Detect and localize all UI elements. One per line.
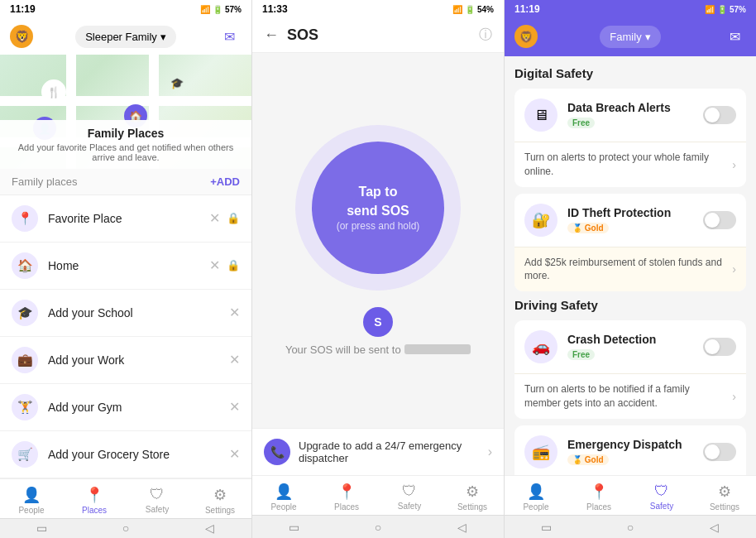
sos-outer-circle[interactable]: Tap tosend SOS (or press and hold) — [295, 125, 461, 291]
places-list: 📍 Favorite Place ✕ 🔒 🏠 Home ✕ 🔒 🎓 Add yo… — [0, 195, 251, 478]
nav-people-middle[interactable]: 👤 People — [252, 476, 315, 515]
places-bar-label: Family places — [12, 175, 77, 188]
place-name-gym: Add your Gym — [48, 401, 219, 414]
right-panel: 11:19 📶 🔋 57% 🦁 Family ▾ ✉ Digital Safet… — [505, 0, 756, 538]
crash-detection-card: 🚗 Crash Detection Free Turn on alerts to… — [514, 320, 746, 419]
place-close-school[interactable]: ✕ — [229, 305, 240, 320]
family-selector-right[interactable]: Family ▾ — [600, 26, 660, 48]
place-lock-home: 🔒 — [227, 259, 240, 271]
status-icons-middle: 📶 🔋 54% — [452, 5, 494, 14]
bottom-nav-middle: 👤 People 📍 Places 🛡 Safety ⚙ Settings — [252, 475, 504, 515]
nav-safety-middle[interactable]: 🛡 Safety — [378, 476, 441, 515]
family-logo-left: 🦁 — [10, 25, 33, 48]
place-lock-favorite: 🔒 — [227, 212, 240, 224]
nav-settings-right[interactable]: ⚙ Settings — [693, 476, 756, 515]
sos-info-btn[interactable]: ⓘ — [479, 26, 492, 44]
crash-detection-desc-row[interactable]: Turn on alerts to be notified if a famil… — [514, 373, 746, 419]
family-name-right: Family — [610, 31, 641, 43]
place-item-gym[interactable]: 🏋 Add your Gym ✕ — [0, 384, 251, 431]
places-icon-left: 📍 — [85, 486, 103, 504]
android-nav-right: ▭ ○ ◁ — [505, 515, 756, 538]
people-icon-middle: 👤 — [275, 483, 293, 501]
crash-detection-badge: Free — [567, 349, 595, 360]
id-theft-icon: 🔐 — [524, 204, 557, 237]
android-circle-left[interactable]: ○ — [109, 521, 142, 535]
sos-avatar: S — [363, 307, 393, 337]
status-icons-left: 📶 🔋 57% — [200, 5, 242, 14]
id-theft-info: ID Theft Protection 🥇 Gold — [567, 206, 693, 234]
sos-upgrade-bar[interactable]: 📞 Upgrade to add a 24/7 emergency dispat… — [252, 428, 504, 475]
nav-places-right[interactable]: 📍 Places — [567, 476, 630, 515]
emergency-dispatch-badge: 🥇 Gold — [567, 454, 609, 465]
safety-top-bar: 🦁 Family ▾ ✉ — [514, 25, 746, 48]
emergency-dispatch-info: Emergency Dispatch 🥇 Gold — [567, 438, 693, 466]
people-icon-right: 👤 — [527, 483, 545, 501]
place-item-favorite[interactable]: 📍 Favorite Place ✕ 🔒 — [0, 195, 251, 243]
nav-safety-right[interactable]: 🛡 Safety — [630, 476, 693, 515]
emergency-dispatch-item: 📻 Emergency Dispatch 🥇 Gold — [514, 425, 746, 475]
place-close-favorite[interactable]: ✕ — [209, 210, 220, 226]
sos-tap-text: Tap tosend SOS — [337, 183, 420, 220]
nav-people-right[interactable]: 👤 People — [505, 476, 567, 515]
nav-settings-left[interactable]: ⚙ Settings — [189, 479, 251, 518]
mail-icon-left[interactable]: ✉ — [218, 25, 242, 48]
digital-safety-title: Digital Safety — [514, 66, 746, 80]
nav-people-left[interactable]: 👤 People — [0, 479, 63, 518]
sos-upgrade-icon: 📞 — [264, 439, 290, 465]
sos-hold-text: (or press and hold) — [337, 220, 420, 232]
data-breach-toggle[interactable] — [703, 106, 736, 124]
safety-icon-left: 🛡 — [150, 486, 165, 503]
place-actions-school: ✕ — [229, 305, 240, 320]
sos-title: SOS — [287, 26, 471, 44]
family-name-left: Sleeper Family — [85, 31, 157, 43]
mail-icon-right[interactable]: ✉ — [723, 25, 746, 48]
safety-header: 🦁 Family ▾ ✉ — [505, 18, 756, 56]
place-item-home[interactable]: 🏠 Home ✕ 🔒 — [0, 243, 251, 290]
android-circle-middle[interactable]: ○ — [361, 521, 395, 534]
android-square-middle[interactable]: ▭ — [278, 521, 311, 534]
place-icon-school: 🎓 — [12, 300, 38, 326]
android-back-middle[interactable]: ◁ — [445, 521, 478, 534]
data-breach-name: Data Breach Alerts — [567, 101, 693, 114]
nav-safety-left[interactable]: 🛡 Safety — [126, 479, 189, 518]
place-close-grocery[interactable]: ✕ — [229, 446, 240, 462]
crash-detection-toggle[interactable] — [703, 338, 736, 356]
place-icon-favorite: 📍 — [12, 205, 38, 232]
time-left: 11:19 — [10, 3, 36, 15]
place-item-grocery[interactable]: 🛒 Add your Grocery Store ✕ — [0, 431, 251, 478]
place-item-school[interactable]: 🎓 Add your School ✕ — [0, 290, 251, 337]
add-places-btn[interactable]: +ADD — [210, 175, 240, 188]
family-selector-left[interactable]: Sleeper Family ▾ — [75, 26, 176, 48]
id-theft-toggle[interactable] — [703, 211, 736, 229]
road-h1 — [0, 96, 251, 106]
android-square-left[interactable]: ▭ — [26, 521, 59, 535]
place-name-home: Home — [48, 259, 199, 272]
sos-inner-circle[interactable]: Tap tosend SOS (or press and hold) — [312, 142, 444, 274]
android-back-right[interactable]: ◁ — [697, 521, 730, 534]
place-icon-home: 🏠 — [12, 252, 38, 279]
crash-detection-item: 🚗 Crash Detection Free — [514, 320, 746, 373]
top-header-left: 🦁 Sleeper Family ▾ ✉ — [0, 18, 251, 55]
id-theft-item: 🔐 ID Theft Protection 🥇 Gold — [514, 194, 746, 247]
android-circle-right[interactable]: ○ — [614, 521, 647, 534]
place-close-work[interactable]: ✕ — [229, 352, 240, 367]
place-item-work[interactable]: 💼 Add your Work ✕ — [0, 337, 251, 384]
nav-places-left[interactable]: 📍 Places — [63, 479, 126, 518]
place-name-favorite: Favorite Place — [48, 212, 199, 225]
left-panel: 11:19 📶 🔋 57% 🦁 Sleeper Family ▾ ✉ 🍴 — [0, 0, 252, 538]
id-theft-desc-row[interactable]: Add $25k reimbursement of stolen funds a… — [514, 247, 746, 292]
place-close-gym[interactable]: ✕ — [229, 399, 240, 415]
sos-send-label: Your SOS will be sent to — [285, 343, 401, 356]
data-breach-item: 🖥 Data Breach Alerts Free — [514, 89, 746, 142]
android-back-left[interactable]: ◁ — [193, 521, 226, 535]
place-close-home[interactable]: ✕ — [209, 257, 220, 273]
nav-settings-middle[interactable]: ⚙ Settings — [441, 476, 504, 515]
sos-text-container: Tap tosend SOS (or press and hold) — [337, 183, 420, 232]
data-breach-desc-row[interactable]: Turn on alerts to protect your whole fam… — [514, 142, 746, 187]
id-theft-card: 🔐 ID Theft Protection 🥇 Gold Add $25k re… — [514, 194, 746, 292]
sos-back-btn[interactable]: ← — [264, 26, 279, 44]
android-square-right[interactable]: ▭ — [530, 521, 563, 534]
emergency-dispatch-toggle[interactable] — [703, 443, 736, 461]
emergency-dispatch-name: Emergency Dispatch — [567, 438, 693, 451]
nav-places-middle[interactable]: 📍 Places — [315, 476, 378, 515]
